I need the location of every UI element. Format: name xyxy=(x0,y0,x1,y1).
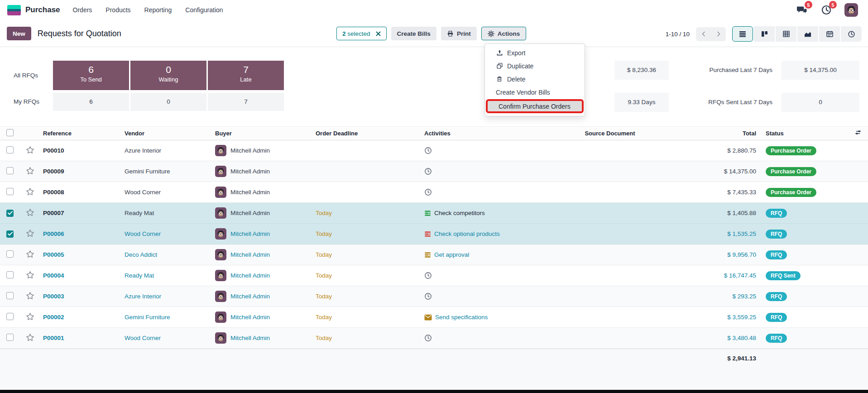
favorite-star[interactable] xyxy=(26,292,34,300)
buyer-avatar xyxy=(215,228,226,240)
kpi-late-my[interactable]: 7 xyxy=(208,93,284,111)
view-kanban-button[interactable] xyxy=(754,26,775,42)
source-document xyxy=(554,244,666,265)
favorite-star[interactable] xyxy=(26,146,34,154)
row-checkbox[interactable] xyxy=(6,271,14,278)
actions-menu-item-confirm-purchase-orders[interactable]: Confirm Purchase Orders xyxy=(486,99,584,113)
app-name[interactable]: Purchase xyxy=(25,5,60,14)
purchased-last-7-days[interactable]: $ 14,375.00 xyxy=(782,61,859,80)
buyer-name: Mitchell Admin xyxy=(230,314,270,321)
column-header-reference[interactable]: Reference xyxy=(37,127,119,140)
actions-menu-item-export[interactable]: Export xyxy=(485,46,585,59)
favorite-star[interactable] xyxy=(26,187,34,196)
row-checkbox[interactable] xyxy=(6,188,14,195)
buyer-name: Mitchell Admin xyxy=(230,189,270,196)
table-row-p00003[interactable]: P00003Azure InteriorMitchell AdminToday$… xyxy=(0,286,868,307)
view-pivot-button[interactable] xyxy=(776,26,796,42)
table-row-p00009[interactable]: P00009Gemini FurnitureMitchell Admin$ 14… xyxy=(0,161,868,182)
favorite-star[interactable] xyxy=(26,333,34,342)
nav-menu-reporting[interactable]: Reporting xyxy=(144,6,172,14)
kpi-waiting-all[interactable]: 0 Waiting xyxy=(130,61,206,90)
row-checkbox[interactable] xyxy=(6,250,14,258)
activity-icon-button[interactable] xyxy=(424,168,432,175)
activity-icon-button[interactable] xyxy=(424,231,431,237)
activity-icon-button[interactable] xyxy=(424,292,432,300)
activity-icon-button[interactable] xyxy=(424,188,432,196)
favorite-star[interactable] xyxy=(26,312,34,321)
table-row-p00004[interactable]: P00004Ready MatMitchell AdminToday$ 16,7… xyxy=(0,265,868,286)
export-icon xyxy=(496,49,503,56)
actions-menu-item-create-vendor-bills[interactable]: Create Vendor Bills xyxy=(485,86,585,99)
pager-next-button[interactable] xyxy=(711,27,726,41)
favorite-star[interactable] xyxy=(26,208,34,217)
table-row-p00005[interactable]: P00005Deco AddictMitchell AdminTodayGet … xyxy=(0,244,868,265)
activity-icon-button[interactable] xyxy=(424,334,432,342)
nav-menu-orders[interactable]: Orders xyxy=(73,6,92,14)
column-header-total[interactable]: Total xyxy=(666,127,760,140)
activity-icon-button[interactable] xyxy=(424,252,431,258)
favorite-star[interactable] xyxy=(26,250,34,259)
column-header-source-document[interactable]: Source Document xyxy=(554,127,666,140)
view-activity-button[interactable] xyxy=(841,26,862,42)
kpi-to-send-my[interactable]: 6 xyxy=(53,93,129,111)
view-list-button[interactable] xyxy=(732,26,753,42)
column-header-status[interactable]: Status xyxy=(760,127,848,140)
view-graph-button[interactable] xyxy=(797,26,818,42)
activity-icon-button[interactable] xyxy=(424,147,432,154)
row-checkbox[interactable] xyxy=(6,292,14,299)
kpi-waiting-my[interactable]: 0 xyxy=(130,93,206,111)
column-header-vendor[interactable]: Vendor xyxy=(119,127,209,140)
row-checkbox[interactable] xyxy=(6,167,14,174)
order-deadline: Today xyxy=(316,230,332,237)
nav-menu-products[interactable]: Products xyxy=(106,6,130,14)
kpi-late-all[interactable]: 7 Late xyxy=(208,61,284,90)
row-checkbox[interactable] xyxy=(6,313,14,320)
favorite-star[interactable] xyxy=(26,229,34,238)
select-all-checkbox-cell[interactable] xyxy=(0,127,20,140)
select-all-checkbox[interactable] xyxy=(6,129,14,136)
column-header-buyer[interactable]: Buyer xyxy=(209,127,310,140)
bottom-edge-bar xyxy=(0,390,868,393)
activity-icon-button[interactable] xyxy=(424,314,432,321)
avg-order-value[interactable]: $ 8,230.36 xyxy=(614,61,669,80)
table-row-p00007[interactable]: P00007Ready MatMitchell AdminTodayCheck … xyxy=(0,203,868,224)
lead-time-to-purchase[interactable]: 9.33 Days xyxy=(614,93,669,112)
messages-count-badge: 5 xyxy=(805,1,812,9)
user-avatar[interactable] xyxy=(844,3,858,17)
activities-clock-icon[interactable]: 5 xyxy=(820,4,833,16)
create-bills-button[interactable]: Create Bills xyxy=(391,27,436,40)
activity-icon-button[interactable] xyxy=(424,272,432,279)
view-calendar-button[interactable] xyxy=(819,26,840,42)
column-sliders-icon[interactable] xyxy=(854,129,862,136)
my-rfqs-filter[interactable]: My RFQs xyxy=(14,93,39,111)
actions-menu-item-duplicate[interactable]: Duplicate xyxy=(485,59,585,72)
rfqs-sent-last-7-days[interactable]: 0 xyxy=(782,93,859,112)
actions-menu-item-delete[interactable]: Delete xyxy=(485,72,585,86)
clear-selection-icon[interactable] xyxy=(376,31,381,36)
row-total: $ 1,535.25 xyxy=(666,224,760,244)
favorite-star[interactable] xyxy=(26,271,34,279)
table-row-p00001[interactable]: P00001Wood CornerMitchell AdminToday$ 3,… xyxy=(0,328,868,349)
table-row-p00002[interactable]: P00002Gemini FurnitureMitchell AdminToda… xyxy=(0,307,868,328)
actions-button[interactable]: Actions xyxy=(481,27,527,40)
table-row-p00008[interactable]: P00008Wood CornerMitchell Admin$ 7,435.3… xyxy=(0,182,868,203)
row-checkbox[interactable] xyxy=(6,210,14,217)
activity-icon-button[interactable] xyxy=(424,210,431,216)
row-checkbox[interactable] xyxy=(6,334,14,341)
buyer-name: Mitchell Admin xyxy=(230,210,270,216)
column-header-activities[interactable]: Activities xyxy=(418,127,554,140)
nav-menu-configuration[interactable]: Configuration xyxy=(185,6,223,14)
table-row-p00006[interactable]: P00006Wood CornerMitchell AdminTodayChec… xyxy=(0,224,868,244)
messages-icon[interactable]: 5 xyxy=(796,4,808,16)
new-button[interactable]: New xyxy=(7,27,31,40)
all-rfqs-filter[interactable]: All RFQs xyxy=(14,61,38,90)
kpi-to-send-all[interactable]: 6 To Send xyxy=(53,61,129,90)
optional-columns-cell[interactable] xyxy=(848,127,868,140)
column-header-order-deadline[interactable]: Order Deadline xyxy=(310,127,418,140)
favorite-star[interactable] xyxy=(26,167,34,175)
table-row-p00010[interactable]: P00010Azure InteriorMitchell Admin$ 2,88… xyxy=(0,140,868,161)
print-button[interactable]: Print xyxy=(441,27,477,40)
row-checkbox[interactable] xyxy=(6,230,14,238)
row-checkbox[interactable] xyxy=(6,146,14,153)
pager-previous-button[interactable] xyxy=(696,27,711,41)
